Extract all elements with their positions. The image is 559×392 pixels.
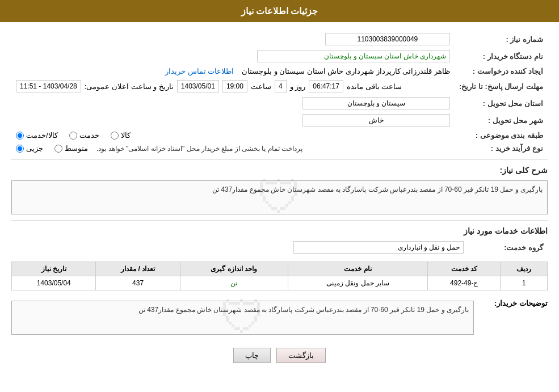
category-label: طبقه بندی موضوعی :: [455, 129, 548, 142]
deadline-label: مهلت ارسال پاسخ: تا تاریخ:: [455, 78, 548, 95]
public-date-box: 1403/04/28 - 11:51: [16, 80, 81, 92]
category-kala[interactable]: کالا: [111, 131, 131, 140]
days-label: روز و: [290, 82, 306, 91]
need-number-label: شماره نیاز :: [455, 31, 548, 48]
col-code: کد خدمت: [428, 262, 501, 276]
need-number-input[interactable]: [325, 33, 450, 45]
remaining-time-label: ساعت باقی مانده: [347, 82, 402, 91]
buyer-desc-box: 🛡 بارگیری و حمل 19 تانکر فیر 60-70 از مق…: [11, 301, 474, 335]
col-quantity: تعداد / مقدار: [96, 262, 180, 276]
buyer-desc-label: توضیحات خریدار:: [494, 299, 548, 307]
buyer-desc-text: بارگیری و حمل 19 تانکر فیر 60-70 از مقصد…: [138, 306, 469, 314]
need-summary-label: شرح کلی نیاز:: [11, 166, 548, 175]
category-khadamat[interactable]: خدمت: [69, 131, 99, 140]
services-info-label: اطلاعات خدمات مورد نیاز: [11, 226, 548, 235]
watermark-icon: 🛡: [257, 171, 302, 224]
info-table: شماره نیاز : نام دستگاه خریدار : ایجاد ک…: [11, 31, 548, 155]
time-label: ساعت: [251, 82, 271, 91]
cell-name: سایر حمل ونقل زمینی: [288, 276, 428, 290]
cell-date: 1403/05/04: [12, 276, 96, 290]
buttons-row: بازگشت چاپ: [11, 348, 548, 363]
cell-row: 1: [501, 276, 548, 290]
services-table: ردیف کد خدمت نام خدمت واحد اندازه گیری ت…: [11, 262, 548, 290]
province-input[interactable]: [302, 97, 450, 109]
date-box: 1403/05/01: [177, 80, 219, 92]
col-row: ردیف: [501, 262, 548, 276]
cell-unit: تن: [180, 276, 288, 290]
back-button[interactable]: بازگشت: [276, 348, 326, 363]
service-group-label: گروه خدمت:: [468, 239, 548, 256]
contact-link[interactable]: اطلاعات تماس خریدار: [165, 67, 234, 75]
cell-code: ح-49-492: [428, 276, 501, 290]
table-row: 1 ح-49-492 سایر حمل ونقل زمینی تن 437 14…: [12, 276, 548, 290]
page-title: جزئیات اطلاعات نیاز: [241, 6, 318, 16]
col-date: تاریخ نیاز: [12, 262, 96, 276]
print-button[interactable]: چاپ: [233, 348, 271, 363]
col-unit: واحد اندازه گیری: [180, 262, 288, 276]
purchase-type-label: نوع فرآیند خرید :: [455, 142, 548, 155]
creator-label: ایجاد کننده درخواست :: [455, 65, 548, 78]
watermark-icon-2: 🛡: [220, 292, 266, 344]
buyer-org-input[interactable]: [257, 50, 450, 62]
creator-value: ظاهر قلندرزائی کارپرداز شهرداری خاش استا…: [242, 67, 450, 75]
service-group-input[interactable]: [293, 241, 464, 254]
days-box: 4: [275, 80, 287, 92]
category-kala-khadamat[interactable]: کالا/خدمت: [16, 131, 58, 140]
cell-quantity: 437: [96, 276, 180, 290]
need-summary-text: بارگیری و حمل 19 تانکر فیر 60-70 از مقصد…: [212, 186, 543, 193]
need-summary-box: 🛡 بارگیری و حمل 19 تانکر فیر 60-70 از مق…: [11, 180, 548, 214]
page-header: جزئیات اطلاعات نیاز: [0, 0, 559, 22]
city-input[interactable]: [302, 114, 450, 127]
province-label: استان محل تحویل :: [455, 95, 548, 112]
col-name: نام خدمت: [288, 262, 428, 276]
city-label: شهر محل تحویل :: [455, 112, 548, 129]
time-box: 19:00: [222, 80, 247, 92]
remaining-time-box: 06:47:17: [309, 80, 343, 92]
purchase-motevaset[interactable]: متوسط: [54, 144, 88, 153]
purchase-note: پرداخت تمام یا بخشی از مبلغ خریدار محل "…: [96, 145, 302, 153]
public-date-label: تاریخ و ساعت اعلان عمومی:: [85, 82, 174, 91]
purchase-jozvi[interactable]: جزیی: [16, 144, 43, 153]
service-group-table: گروه خدمت:: [11, 239, 548, 256]
buyer-org-label: نام دستگاه خریدار :: [455, 48, 548, 65]
